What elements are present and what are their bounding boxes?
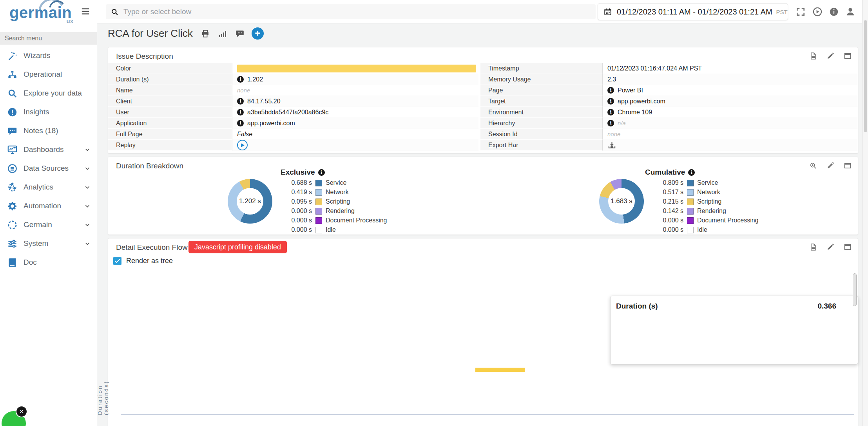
date-range-picker[interactable]: 01/12/2023 01:11 AM - 01/12/2023 01:21 A… [598,3,788,20]
chevron-down-icon [84,146,91,153]
search-icon [7,88,18,99]
calendar-icon [603,7,612,16]
table-scrollbar-thumb[interactable] [853,273,857,306]
book-icon [7,257,18,268]
sidebar-item-label: Notes (18) [24,126,58,135]
issue-left-table: ColorDuration (s)i1.202NamenoneClienti84… [108,63,478,151]
sidebar-item-automation[interactable]: Automation [0,197,97,215]
legend-swatch [687,227,694,233]
field-label: User [108,107,232,118]
info-icon[interactable]: i [607,109,614,116]
duration-timeline-chart[interactable] [121,360,854,415]
sitemap-icon [7,69,18,80]
add-button[interactable]: + [252,27,264,40]
edit-icon[interactable] [826,243,834,251]
donut-total: 1.202 s [228,179,272,224]
field-row-hierarchy: Hierarchyin/a [480,118,858,129]
legend-label: Scripting [697,198,721,205]
field-row-replay: Replay [108,140,478,151]
user-icon[interactable] [845,7,855,17]
info-icon[interactable]: i [688,169,695,176]
sidebar-item-label: Automation [24,202,61,210]
edit-icon[interactable] [826,52,834,60]
field-value: none [232,85,478,96]
field-value [603,140,858,151]
chat-close-icon[interactable]: ✕ [16,406,27,417]
comment-icon[interactable] [235,29,245,38]
window-icon[interactable] [844,243,852,251]
page-scrollbar-thumb[interactable] [864,20,867,132]
field-value: iapp.powerbi.com [232,118,478,129]
field-value: in/a [603,118,858,129]
sidebar-search-input[interactable] [0,32,97,45]
replay-play-button[interactable] [237,140,248,150]
panel-actions [809,243,852,251]
legend-item: 0.000 sIdle [648,225,759,235]
info-icon[interactable]: i [237,98,244,105]
global-search-input[interactable] [123,7,591,16]
hamburger-menu-icon[interactable] [80,6,91,16]
render-as-tree-checkbox[interactable] [113,257,121,265]
legend-swatch [687,199,694,205]
color-swatch-bar [237,65,476,72]
legend-label: Service [697,179,718,186]
info-icon[interactable]: i [237,76,244,83]
info-circle-icon[interactable] [829,7,839,17]
info-icon[interactable]: i [607,98,614,105]
logo-swoosh-icon [32,0,70,9]
field-label: Page [480,85,603,96]
topbar: 01/12/2023 01:11 AM - 01/12/2023 01:21 A… [97,0,868,23]
info-icon[interactable]: i [607,87,614,94]
chart-y-axis-label: Duration (seconds) [99,359,107,415]
profiling-disabled-badge: Javascript profiling disabled [188,241,287,253]
sidebar-item-doc[interactable]: Doc [0,253,97,272]
field-value-text: 01/12/2023 01:16:47.024 AM PST [607,65,702,72]
field-label: Memory Usage [480,74,603,85]
sidebar-item-insights[interactable]: Insights [0,103,97,121]
play-circle-icon[interactable] [812,7,823,17]
info-icon[interactable]: i [237,109,244,116]
sidebar-item-operational[interactable]: Operational [0,65,97,84]
field-row-full-page: Full PageFalse [108,129,478,140]
donut-chart-exclusive[interactable]: 1.202 s [228,179,272,224]
legend-item: 0.688 sService [277,178,387,188]
info-icon[interactable]: i [318,169,325,176]
csv-export-icon[interactable] [809,243,817,251]
timezone-label: PST [776,9,788,15]
legend-item: 0.000 sRendering [277,206,387,216]
download-icon[interactable] [607,141,616,150]
field-row-color: Color [108,63,478,74]
tooltip-total-row: Duration (s) 0.366 [611,301,858,313]
sidebar-item-label: Wizards [24,51,51,60]
donut-title-exclusive: Exclusivei [281,168,325,177]
sidebar-item-wizards[interactable]: Wizards [0,46,97,65]
chart-icon[interactable] [218,29,227,38]
zoom-in-icon[interactable] [809,162,817,170]
field-row-target: Targetiapp.powerbi.com [480,96,858,107]
legend-item: 0.000 sDocument Processing [277,216,387,225]
csv-export-icon[interactable] [809,52,817,60]
sidebar-item-explore-your-data[interactable]: Explore your data [0,84,97,103]
print-icon[interactable] [201,29,210,38]
legend-label: Idle [697,226,707,233]
fullscreen-icon[interactable] [796,7,806,17]
sidebar-item-germain[interactable]: Germain [0,215,97,234]
window-icon[interactable] [844,52,852,60]
field-row-page: PageiPower BI [480,85,858,96]
field-value-text: n/a [618,120,626,126]
edit-icon[interactable] [826,162,834,170]
info-icon[interactable]: i [607,120,614,126]
field-row-application: Applicationiapp.powerbi.com [108,118,478,129]
donut-chart-cumulative[interactable]: 1.683 s [599,179,644,224]
window-icon[interactable] [844,162,852,170]
field-value [232,63,478,74]
sidebar-item-notes-18[interactable]: Notes (18) [0,121,97,140]
sidebar-item-system[interactable]: System [0,234,97,253]
sidebar-item-data-sources[interactable]: Data Sources [0,159,97,178]
germain-logo[interactable]: germain ux [9,4,72,21]
info-icon[interactable]: i [237,120,244,126]
sidebar-item-dashboards[interactable]: Dashboards [0,140,97,159]
legend-value: 0.809 s [648,179,683,186]
field-row-user: Useria3ba5bdda5447fa200a86c9c [108,107,478,118]
sidebar-item-analytics[interactable]: Analytics [0,178,97,197]
